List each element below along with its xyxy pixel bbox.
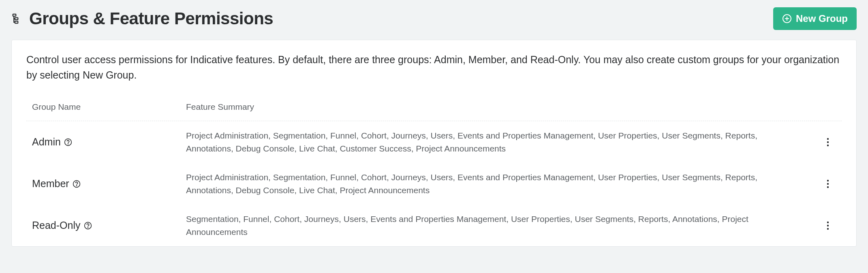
svg-rect-1	[15, 18, 18, 20]
feature-summary-cell: Segmentation, Funnel, Cohort, Journeys, …	[186, 213, 820, 238]
table-row: Member Project Administration, Segmentat…	[26, 163, 842, 205]
table-row: Admin Project Administration, Segmentati…	[26, 121, 842, 163]
svg-point-17	[88, 227, 88, 227]
svg-point-10	[827, 144, 829, 146]
group-name-cell: Admin	[32, 136, 186, 148]
feature-summary-cell: Project Administration, Segmentation, Fu…	[186, 129, 820, 155]
svg-point-13	[827, 179, 829, 181]
row-actions-button[interactable]	[825, 136, 831, 149]
svg-point-9	[827, 141, 829, 143]
feature-summary-cell: Project Administration, Segmentation, Fu…	[186, 171, 820, 196]
svg-point-15	[827, 186, 829, 188]
table-header: Group Name Feature Summary	[26, 102, 842, 121]
svg-point-19	[827, 224, 829, 226]
column-header-summary: Feature Summary	[186, 102, 836, 112]
group-name-text: Member	[32, 178, 69, 190]
svg-point-7	[68, 143, 68, 144]
column-header-name: Group Name	[32, 102, 186, 112]
svg-point-18	[827, 221, 829, 223]
help-icon[interactable]	[73, 180, 81, 188]
more-vertical-icon	[827, 179, 829, 189]
table-row: Read-Only Segmentation, Funnel, Cohort, …	[26, 205, 842, 246]
new-group-button[interactable]: New Group	[773, 7, 857, 30]
more-vertical-icon	[827, 221, 829, 230]
svg-rect-2	[15, 21, 18, 23]
page-title-wrap: Groups & Feature Permissions	[11, 9, 273, 28]
svg-point-14	[827, 183, 829, 184]
svg-rect-0	[13, 14, 16, 16]
more-vertical-icon	[827, 137, 829, 147]
group-name-cell: Read-Only	[32, 220, 186, 231]
page-title: Groups & Feature Permissions	[29, 9, 273, 28]
row-actions-button[interactable]	[825, 177, 831, 190]
permissions-card: Control user access permissions for Indi…	[11, 40, 857, 247]
group-name-text: Read-Only	[32, 220, 81, 231]
svg-point-12	[76, 185, 77, 186]
help-icon[interactable]	[84, 222, 92, 230]
permissions-icon	[11, 13, 24, 25]
card-description: Control user access permissions for Indi…	[26, 52, 842, 83]
row-actions-button[interactable]	[825, 219, 831, 232]
svg-point-8	[827, 138, 829, 139]
new-group-label: New Group	[796, 13, 848, 24]
svg-point-20	[827, 228, 829, 229]
plus-circle-icon	[782, 14, 792, 23]
group-name-cell: Member	[32, 178, 186, 190]
help-icon[interactable]	[64, 138, 72, 146]
group-name-text: Admin	[32, 136, 61, 148]
